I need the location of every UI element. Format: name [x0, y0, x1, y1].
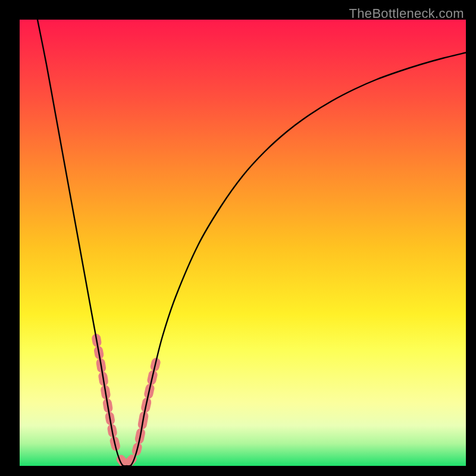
bottleneck-curve — [37, 20, 466, 466]
plot-area — [20, 20, 466, 466]
chart-frame: TheBottleneck.com — [0, 0, 476, 476]
watermark-text: TheBottleneck.com — [349, 6, 464, 21]
chart-canvas — [20, 20, 466, 466]
highlight-markers — [91, 333, 161, 466]
